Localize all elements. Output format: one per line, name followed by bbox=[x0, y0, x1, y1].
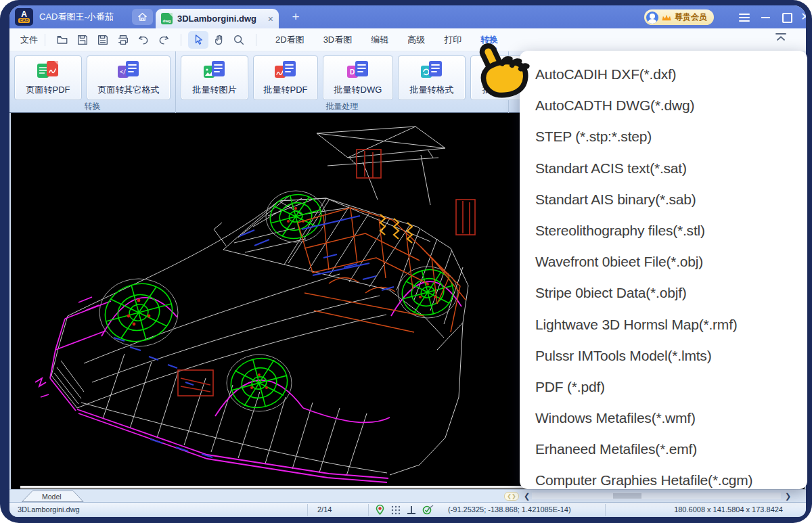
batch-to-image-icon bbox=[203, 60, 226, 81]
dropdown-item[interactable]: Stereolithography files(*.stl) bbox=[520, 215, 807, 246]
svg-text:D: D bbox=[350, 68, 355, 76]
collapse-ribbon-icon[interactable] bbox=[775, 32, 787, 42]
dropdown-item[interactable]: Stripe 0biect Data(*.objf) bbox=[520, 277, 807, 309]
redo-icon[interactable] bbox=[154, 31, 174, 49]
page-to-pdf-button[interactable]: 页面转PDF bbox=[14, 55, 82, 100]
close-tab-icon[interactable]: × bbox=[268, 14, 273, 24]
hand-cursor-icon bbox=[462, 29, 539, 106]
model-tab[interactable]: Model bbox=[22, 491, 84, 502]
tab-2d-view[interactable]: 2D看图 bbox=[275, 28, 304, 51]
ribbon-group-batch: 批量转图片 批量转PDF D bbox=[176, 51, 509, 113]
ribbon-group-label: 批量处理 bbox=[176, 101, 508, 112]
home-icon bbox=[137, 12, 148, 22]
dropdown-item[interactable]: Standart AIS binary(*.sab) bbox=[520, 184, 807, 215]
model-tab-label: Model bbox=[42, 493, 62, 501]
status-coordinates: (-91.25325; -138.868; 1.421085E-14) bbox=[448, 505, 571, 514]
pan-hand-icon[interactable] bbox=[208, 31, 229, 49]
maximize-icon[interactable] bbox=[781, 12, 792, 22]
member-badge-label: 尊贵会员 bbox=[675, 12, 707, 23]
document-tab[interactable]: dwg 3DLamborgini.dwg × bbox=[156, 9, 279, 28]
status-page-indicator: 2/14 bbox=[317, 505, 332, 514]
batch-convert-format-icon bbox=[420, 60, 443, 81]
open-folder-icon[interactable] bbox=[52, 31, 72, 49]
page-to-pdf-icon bbox=[37, 60, 60, 81]
hamburger-menu-icon[interactable] bbox=[739, 12, 750, 22]
button-label: 页面转PDF bbox=[22, 84, 74, 96]
canvas-horizontal-scrollbar[interactable] bbox=[20, 486, 548, 488]
button-label: 批量转图片 bbox=[189, 84, 241, 96]
status-file-name: 3DLamborgini.dwg bbox=[18, 505, 80, 514]
locate-icon[interactable] bbox=[375, 504, 385, 516]
tab-print[interactable]: 打印 bbox=[444, 28, 461, 51]
zoom-icon[interactable] bbox=[229, 31, 249, 49]
undo-icon[interactable] bbox=[133, 31, 154, 49]
app-title: CAD看图王-小番茄 bbox=[39, 5, 114, 28]
osnap-icon[interactable] bbox=[422, 505, 434, 515]
button-label: 批量转PDF bbox=[260, 84, 312, 96]
wireframe-car-drawing bbox=[11, 113, 539, 489]
cad-viewer-app: A CAD CAD看图王-小番茄 dwg 3DLamborgini.dwg × … bbox=[0, 0, 812, 523]
page-to-other-format-icon: </> bbox=[117, 60, 140, 81]
grid-dots-icon[interactable] bbox=[391, 505, 401, 515]
page-to-other-format-button[interactable]: </> 页面转其它格式 bbox=[87, 55, 171, 100]
dropdown-item[interactable]: Erhaneed Metafiles(*.emf) bbox=[520, 434, 807, 465]
dropdown-item[interactable]: Wavefront 0bieet File(*.obj) bbox=[520, 246, 807, 277]
button-label: 批量转格式 bbox=[406, 84, 458, 96]
dropdown-item[interactable]: Computer Graphies Hetafile(*.cgm) bbox=[520, 465, 807, 496]
new-tab-button[interactable]: + bbox=[287, 8, 304, 26]
save-as-pdf-icon[interactable] bbox=[93, 31, 113, 49]
close-icon[interactable]: ✕ bbox=[800, 12, 806, 22]
dropdown-item[interactable]: Windows Metafiles(*.wmf) bbox=[520, 403, 807, 434]
save-icon[interactable] bbox=[72, 31, 93, 49]
dropdown-item[interactable]: PDF (*.pdf) bbox=[520, 371, 807, 403]
menu-bar: 文件 bbox=[9, 28, 806, 51]
member-badge[interactable]: 尊贵会员 bbox=[644, 9, 714, 25]
rear-left-wheel bbox=[225, 352, 293, 413]
front-left-wheel bbox=[99, 276, 179, 348]
dropdown-item[interactable]: STEP (*.stp:*.step) bbox=[520, 121, 807, 152]
batch-to-dwg-icon: D bbox=[346, 60, 369, 81]
document-tab-title: 3DLamborgini.dwg bbox=[177, 14, 263, 24]
dropdown-item[interactable]: Lightwave 3D Hormsl Map(*.rmf) bbox=[520, 309, 807, 340]
ribbon-group-label: 转换 bbox=[9, 101, 175, 112]
dropdown-item[interactable]: AutoCADIH DXF(*.dxf) bbox=[520, 59, 807, 90]
batch-convert-format-button[interactable]: 批量转格式 bbox=[398, 55, 466, 100]
minimize-icon[interactable] bbox=[761, 12, 771, 22]
app-logo-icon: A CAD bbox=[15, 8, 33, 26]
dropdown-item[interactable]: AutoCADTH DWG(*.dwg) bbox=[520, 90, 807, 121]
status-dimensions: 180.6008 x 141.5804 x 173.8424 bbox=[674, 505, 783, 514]
dropdown-item[interactable]: Standart ACIS text(*.sat) bbox=[520, 153, 807, 184]
expand-button[interactable]: ❮❯ bbox=[504, 492, 519, 501]
batch-to-image-button[interactable]: 批量转图片 bbox=[181, 55, 248, 100]
batch-to-dwg-button[interactable]: D 批量转DWG bbox=[323, 55, 393, 100]
status-bar: 3DLamborgini.dwg 2/14 bbox=[9, 502, 806, 517]
status-tool-icons bbox=[375, 504, 434, 516]
crown-icon bbox=[661, 14, 672, 22]
menu-file[interactable]: 文件 bbox=[20, 34, 38, 46]
button-label: 页面转其它格式 bbox=[94, 84, 164, 96]
ribbon-group-convert: 页面转PDF </> 页面转其它格式 转换 bbox=[9, 51, 176, 113]
tab-3d-view[interactable]: 3D看图 bbox=[323, 28, 353, 51]
select-cursor-icon[interactable] bbox=[188, 31, 208, 49]
print-icon[interactable] bbox=[113, 31, 133, 49]
export-format-dropdown: AutoCADIH DXF(*.dxf) AutoCADTH DWG(*.dwg… bbox=[520, 51, 807, 489]
front-right-wheel bbox=[265, 189, 326, 244]
batch-to-pdf-icon bbox=[274, 60, 297, 81]
batch-to-pdf-button[interactable]: 批量转PDF bbox=[253, 55, 318, 100]
dropdown-item[interactable]: Pulssr IMTools Model(*.lmts) bbox=[520, 340, 807, 371]
dwg-file-icon: dwg bbox=[161, 13, 173, 24]
avatar-icon bbox=[646, 12, 658, 24]
button-label: 批量转DWG bbox=[330, 84, 386, 96]
home-button[interactable] bbox=[132, 9, 153, 25]
tab-edit[interactable]: 编辑 bbox=[371, 28, 388, 51]
ortho-icon[interactable] bbox=[407, 505, 416, 515]
title-bar: A CAD CAD看图王-小番茄 dwg 3DLamborgini.dwg × … bbox=[9, 5, 806, 28]
tab-advanced[interactable]: 高级 bbox=[407, 28, 425, 51]
